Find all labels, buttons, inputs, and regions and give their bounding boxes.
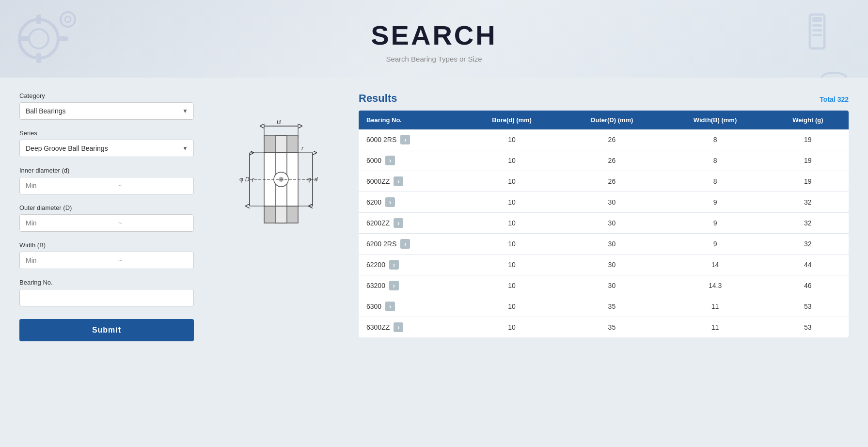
cell-bore: 10 — [463, 150, 561, 171]
table-row: 6000ZZ 10 26 8 19 — [359, 171, 849, 192]
search-form: Category Ball Bearings Roller Bearings T… — [19, 92, 194, 341]
table-header-row: Bearing No. Bore(d) (mm) Outer(D) (mm) W… — [359, 111, 849, 129]
cell-weight: 19 — [767, 129, 849, 150]
bearing-diagram-panel: B r r φ D — [213, 92, 339, 341]
bearing-detail-button[interactable] — [400, 135, 410, 144]
svg-text:r: r — [252, 176, 254, 183]
inner-diameter-min[interactable] — [20, 177, 116, 194]
bearing-detail-button[interactable] — [394, 322, 403, 332]
results-total: Total 322 — [820, 96, 849, 103]
width-field: Width (B) ~ — [19, 241, 194, 269]
bearing-no-label: Bearing No. — [19, 279, 194, 286]
category-field: Category Ball Bearings Roller Bearings T… — [19, 92, 194, 120]
outer-diameter-min[interactable] — [20, 215, 116, 231]
inner-diameter-label: Inner diameter (d) — [19, 167, 194, 174]
table-row: 6300ZZ 10 35 11 53 — [359, 317, 849, 338]
cell-bore: 10 — [463, 275, 561, 296]
svg-text:r: r — [301, 145, 304, 152]
series-dropdown[interactable]: Deep Groove Ball Bearings Angular Contac… — [19, 140, 194, 157]
svg-point-1 — [29, 29, 48, 48]
table-row: 6300 10 35 11 53 — [359, 296, 849, 317]
cell-outer: 26 — [560, 150, 663, 171]
table-row: 6000 10 26 8 19 — [359, 150, 849, 171]
svg-text:φ: φ — [307, 176, 311, 183]
bearing-detail-button[interactable] — [385, 302, 395, 311]
cell-weight: 32 — [767, 192, 849, 213]
svg-text:d: d — [315, 176, 318, 183]
inner-diameter-max[interactable] — [124, 177, 194, 194]
cell-bore: 10 — [463, 296, 561, 317]
submit-button[interactable]: Submit — [19, 319, 194, 341]
outer-diameter-max[interactable] — [124, 215, 194, 231]
cell-bore: 10 — [463, 192, 561, 213]
svg-text:φ: φ — [239, 176, 243, 183]
bearing-detail-button[interactable] — [389, 260, 399, 270]
cell-bore: 10 — [463, 129, 561, 150]
width-min[interactable] — [20, 252, 116, 269]
svg-rect-26 — [275, 206, 287, 223]
cell-bearing-no: 6000 — [359, 150, 463, 171]
gear-icon-right — [795, 10, 839, 63]
cell-width: 8 — [663, 171, 767, 192]
cell-bore: 10 — [463, 171, 561, 192]
col-width: Width(B) (mm) — [663, 111, 767, 129]
cell-weight: 53 — [767, 296, 849, 317]
svg-rect-4 — [19, 36, 29, 41]
svg-text:B: B — [277, 118, 281, 126]
cell-outer: 30 — [560, 255, 663, 275]
cell-bearing-no: 62200 — [359, 255, 463, 275]
bearing-detail-button[interactable] — [394, 218, 403, 228]
bearing-detail-button[interactable] — [400, 239, 410, 249]
cell-width: 9 — [663, 213, 767, 234]
bearing-detail-button[interactable] — [385, 197, 395, 207]
bearing-detail-button[interactable] — [394, 176, 403, 186]
results-title: Results — [359, 92, 397, 105]
category-label: Category — [19, 92, 194, 99]
cell-outer: 30 — [560, 192, 663, 213]
svg-rect-12 — [812, 34, 822, 36]
bearing-no-input[interactable] — [19, 289, 194, 306]
outer-diameter-range: ~ — [19, 214, 194, 232]
col-bearing-no: Bearing No. — [359, 111, 463, 129]
table-row: 6200 10 30 9 32 — [359, 192, 849, 213]
cell-width: 11 — [663, 296, 767, 317]
cell-weight: 19 — [767, 171, 849, 192]
cell-outer: 26 — [560, 129, 663, 150]
outer-diameter-separator: ~ — [116, 219, 124, 227]
width-max[interactable] — [124, 252, 194, 269]
cell-width: 14.3 — [663, 275, 767, 296]
svg-text:D: D — [245, 176, 250, 183]
inner-diameter-separator: ~ — [116, 182, 124, 190]
category-dropdown[interactable]: Ball Bearings Roller Bearings Thrust Bea… — [19, 102, 194, 120]
bearing-no-field: Bearing No. — [19, 279, 194, 306]
series-dropdown-wrapper: Deep Groove Ball Bearings Angular Contac… — [19, 140, 194, 157]
bearing-detail-button[interactable] — [385, 156, 395, 165]
cell-outer: 30 — [560, 213, 663, 234]
cell-outer: 30 — [560, 234, 663, 255]
svg-rect-2 — [36, 15, 41, 24]
table-row: 6200 2RS 10 30 9 32 — [359, 234, 849, 255]
category-dropdown-wrapper: Ball Bearings Roller Bearings Thrust Bea… — [19, 102, 194, 120]
cell-bearing-no: 63200 — [359, 275, 463, 296]
table-row: 62200 10 30 14 44 — [359, 255, 849, 275]
cell-bore: 10 — [463, 213, 561, 234]
cell-outer: 30 — [560, 275, 663, 296]
cell-width: 11 — [663, 317, 767, 338]
cell-width: 9 — [663, 192, 767, 213]
bearing-diagram-svg: B r r φ D — [223, 112, 330, 247]
page-title: SEARCH — [10, 19, 858, 51]
cell-outer: 26 — [560, 171, 663, 192]
cell-width: 8 — [663, 129, 767, 150]
table-row: 6200ZZ 10 30 9 32 — [359, 213, 849, 234]
svg-rect-11 — [812, 29, 822, 32]
inner-diameter-field: Inner diameter (d) ~ — [19, 167, 194, 194]
table-row: 63200 10 30 14.3 46 — [359, 275, 849, 296]
series-field: Series Deep Groove Ball Bearings Angular… — [19, 129, 194, 157]
cell-weight: 32 — [767, 234, 849, 255]
cell-width: 8 — [663, 150, 767, 171]
hero-section: SEARCH Search Bearing Types or Size — [0, 0, 868, 78]
cell-bearing-no: 6300 — [359, 296, 463, 317]
outer-diameter-label: Outer diameter (D) — [19, 204, 194, 211]
cell-bearing-no: 6200ZZ — [359, 213, 463, 234]
bearing-detail-button[interactable] — [389, 281, 399, 290]
